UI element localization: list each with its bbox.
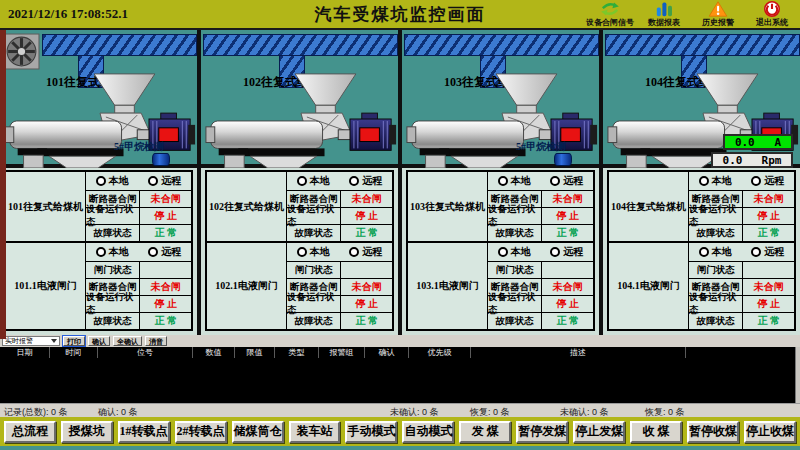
device-name: 101.1电液闸门: [6, 243, 86, 329]
gate-control-table: 101.1电液闸门 本地 远程 闸门状态 断路器合闸未合闸 设备运行状态停 止 …: [4, 241, 193, 331]
gate-state-value: [743, 262, 794, 278]
local-label: 本地: [310, 174, 330, 188]
fault-state-label: 故障状态: [86, 313, 140, 329]
local-radio[interactable]: 本地: [699, 245, 732, 259]
nav-coal-pit-button[interactable]: 授煤坑: [61, 421, 113, 443]
nav-stop-receive-button[interactable]: 停止收煤: [744, 421, 796, 443]
local-label: 本地: [712, 174, 732, 188]
machine-graphics-row: 101往复式给煤机: [0, 30, 800, 168]
machine-panel-102: 102往复式给煤机: [201, 30, 402, 164]
gate-control-table: 102.1电液闸门 本地 远程 闸门状态 断路器合闸未合闸 设备运行状态停 止 …: [205, 241, 394, 331]
nav-receive-coal-button[interactable]: 收 煤: [630, 421, 682, 443]
alarm-list[interactable]: [0, 358, 800, 403]
device-name: 103往复式给煤机: [408, 172, 488, 241]
remote-label: 远程: [563, 174, 583, 188]
transfer-arrows-icon: [599, 1, 621, 17]
page-title: 汽车受煤坑监控画面: [315, 3, 486, 26]
local-radio[interactable]: 本地: [96, 174, 129, 188]
nav-overview-button[interactable]: 总流程: [4, 421, 56, 443]
nav-transfer-point-1-button[interactable]: 1#转载点: [118, 421, 170, 443]
bar-chart-icon: [653, 1, 675, 17]
radio-circle-icon: [751, 247, 761, 257]
remote-radio[interactable]: 远程: [751, 245, 784, 259]
device-name: 102往复式给煤机: [207, 172, 287, 241]
radio-circle-icon: [349, 247, 359, 257]
ack-all-button[interactable]: 全确认: [113, 336, 142, 346]
run-state-label: 设备运行状态: [689, 208, 743, 224]
print-button[interactable]: 打印: [63, 336, 85, 346]
local-radio[interactable]: 本地: [699, 174, 732, 188]
unack-count: 未确认: 0 条: [390, 406, 439, 419]
alarm-scrollbar[interactable]: [795, 347, 800, 403]
device-closing-signal-button[interactable]: 设备合闸信号: [587, 1, 633, 28]
nav-send-coal-button[interactable]: 发 煤: [459, 421, 511, 443]
remote-radio[interactable]: 远程: [550, 245, 583, 259]
remote-label: 远程: [764, 245, 784, 259]
radio-circle-icon: [550, 247, 560, 257]
local-radio[interactable]: 本地: [297, 245, 330, 259]
breaker-value: 未合闸: [140, 279, 191, 295]
nav-stop-send-button[interactable]: 停止发煤: [573, 421, 625, 443]
nav-coal-silo-button[interactable]: 储煤筒仓: [232, 421, 284, 443]
local-radio[interactable]: 本地: [297, 174, 330, 188]
nav-pause-send-button[interactable]: 暂停发煤: [516, 421, 568, 443]
radio-circle-icon: [297, 247, 307, 257]
local-radio[interactable]: 本地: [498, 174, 531, 188]
gate-control-table: 104.1电液闸门 本地 远程 闸门状态 断路器合闸未合闸 设备运行状态停 止 …: [607, 241, 796, 331]
radio-circle-icon: [148, 247, 158, 257]
run-state-value: 停 止: [140, 208, 191, 224]
machine-panel-103: 103往复式给煤机: [402, 30, 603, 164]
run-state-label: 设备运行状态: [488, 296, 542, 312]
nav-manual-mode-button[interactable]: 手动模式: [345, 421, 397, 443]
local-radio[interactable]: 本地: [96, 245, 129, 259]
fault-state-label: 故障状态: [86, 225, 140, 241]
control-column-101: 101往复式给煤机 本地 远程 断路器合闸未合闸 设备运行状态停 止 故障状态正…: [0, 168, 201, 335]
col-header-priority: 优先级: [409, 347, 471, 358]
mute-button[interactable]: 消音: [145, 336, 167, 346]
run-state-value: 停 止: [542, 208, 593, 224]
device-name: 102.1电液闸门: [207, 243, 287, 329]
breaker-value: 未合闸: [341, 191, 392, 207]
radio-circle-icon: [96, 247, 106, 257]
local-radio[interactable]: 本地: [498, 245, 531, 259]
nav-loading-station-button[interactable]: 装车站: [289, 421, 341, 443]
col-header-value: 数值: [193, 347, 235, 358]
remote-radio[interactable]: 远程: [751, 174, 784, 188]
remote-radio[interactable]: 远程: [349, 245, 382, 259]
remote-radio[interactable]: 远程: [349, 174, 382, 188]
run-state-label: 设备运行状态: [86, 296, 140, 312]
remote-radio[interactable]: 远程: [550, 174, 583, 188]
restore-count: 恢复: 0 条: [470, 406, 510, 419]
control-tables-row: 101往复式给煤机 本地 远程 断路器合闸未合闸 设备运行状态停 止 故障状态正…: [0, 168, 800, 335]
alarm-summary: 实时报警 打印 确认 全确认 消音 日期 时间 位号 数值 限值 类型 报警组 …: [0, 335, 800, 417]
ack-button[interactable]: 确认: [88, 336, 110, 346]
device-name: 101往复式给煤机: [6, 172, 86, 241]
remote-label: 远程: [764, 174, 784, 188]
device-name: 104.1电液闸门: [609, 243, 689, 329]
nav-auto-mode-button[interactable]: 自动模式: [402, 421, 454, 443]
run-state-label: 设备运行状态: [689, 296, 743, 312]
nav-pause-receive-button[interactable]: 暂停收煤: [687, 421, 739, 443]
remote-radio[interactable]: 远程: [148, 245, 181, 259]
history-alarm-button[interactable]: 历史报警: [695, 1, 741, 28]
fault-state-label: 故障状态: [287, 313, 341, 329]
col-header-type: 类型: [275, 347, 319, 358]
fault-state-label: 故障状态: [488, 225, 542, 241]
radio-circle-icon: [148, 176, 158, 186]
titlebar: 2021/12/16 17:08:52.1 汽车受煤坑监控画面 设备合闸信号 数…: [0, 0, 800, 30]
nav-transfer-point-2-button[interactable]: 2#转载点: [175, 421, 227, 443]
breaker-value: 未合闸: [743, 191, 794, 207]
methane-label: 5#甲烷检测: [114, 140, 164, 154]
exit-system-button[interactable]: 退出系统: [749, 1, 795, 28]
methane-sensor-icon: [554, 153, 572, 166]
remote-radio[interactable]: 远程: [148, 174, 181, 188]
local-label: 本地: [310, 245, 330, 259]
left-edge-strip: [0, 30, 6, 339]
col-header-group: 报警组: [319, 347, 365, 358]
header-actions: 设备合闸信号 数据报表 历史报警: [587, 1, 800, 28]
alarm-filter-select[interactable]: 实时报警: [2, 336, 60, 346]
fault-state-value: 正 常: [743, 225, 794, 241]
data-report-button[interactable]: 数据报表: [641, 1, 687, 28]
local-label: 本地: [109, 174, 129, 188]
device-name: 103.1电液闸门: [408, 243, 488, 329]
